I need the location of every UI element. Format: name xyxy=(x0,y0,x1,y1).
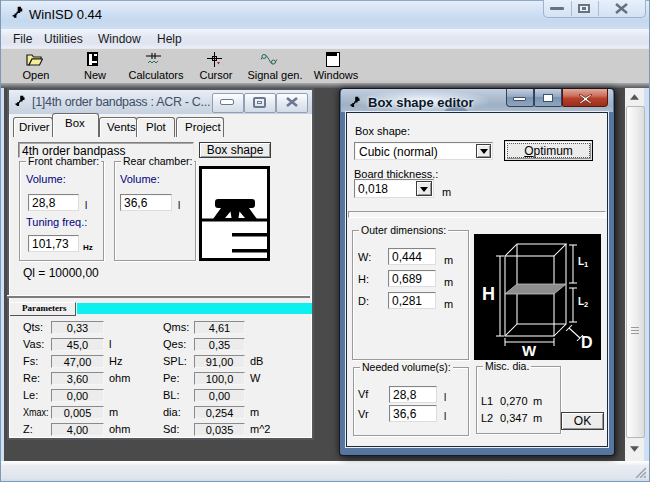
svg-text:D: D xyxy=(581,334,593,351)
svg-text:W: W xyxy=(522,342,537,359)
svg-text:H: H xyxy=(482,284,495,304)
